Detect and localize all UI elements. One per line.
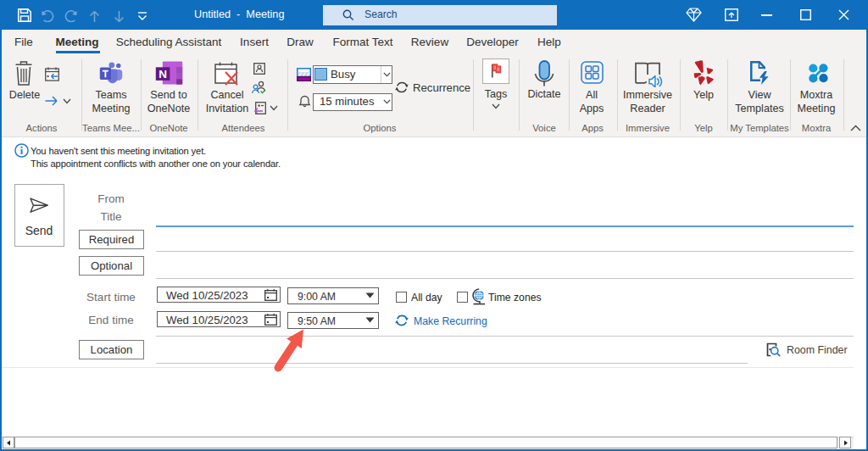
svg-text:N: N xyxy=(159,68,167,81)
